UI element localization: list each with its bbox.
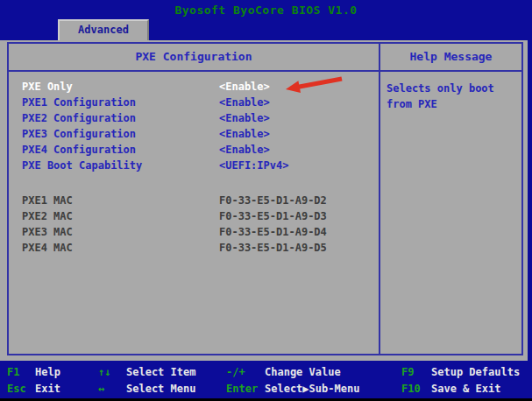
bios-screen: Byosoft ByoCore BIOS V1.0 Advanced PXE C…: [0, 0, 532, 401]
info-label: PXE3 MAC: [22, 226, 219, 238]
setting-row-pxe2-configuration[interactable]: PXE2 Configuration <Enable>: [9, 110, 379, 126]
action-label: Change Value: [265, 366, 341, 378]
key-label: F10: [401, 381, 431, 397]
action-label: Select Item: [126, 366, 195, 378]
setting-value[interactable]: <UEFI:IPv4>: [219, 159, 288, 172]
bios-title: Byosoft ByoCore BIOS V1.0: [0, 4, 532, 17]
action-label: Exit: [35, 383, 60, 395]
header-band: PXE Configuration Help Message: [9, 44, 521, 72]
hotkey-f9-setup-defaults[interactable]: F9Setup Defaults: [401, 364, 532, 381]
hotkey-enter-select-submenu[interactable]: EnterSelect▶Sub-Menu: [226, 381, 401, 397]
up-down-arrows-icon: ↑↓: [98, 364, 126, 381]
action-label: Help: [35, 366, 60, 378]
info-value: F0-33-E5-D1-A9-D2: [219, 194, 327, 207]
help-text: Selects only boot from PXE: [387, 81, 516, 112]
hotkey-esc-exit[interactable]: EscExit: [7, 381, 98, 397]
setting-row-pxe-boot-capability[interactable]: PXE Boot Capability <UEFI:IPv4>: [9, 158, 379, 173]
hotkey-f10-save-exit[interactable]: F10Save & Exit: [401, 381, 532, 397]
left-right-arrows-icon: ↔: [98, 381, 126, 397]
info-label: PXE1 MAC: [22, 194, 219, 207]
setting-row-pxe-only[interactable]: PXE Only <Enable>: [9, 79, 379, 95]
info-value: F0-33-E5-D1-A9-D5: [219, 242, 327, 254]
page-title: PXE Configuration: [9, 44, 379, 70]
help-panel: Selects only boot from PXE: [379, 72, 521, 354]
title-bar: Byosoft ByoCore BIOS V1.0 Advanced: [0, 0, 532, 40]
info-value: F0-33-E5-D1-A9-D3: [219, 210, 327, 222]
action-label: Setup Defaults: [431, 366, 520, 378]
setting-label: PXE4 Configuration: [22, 144, 219, 156]
key-label: Enter: [226, 381, 265, 397]
setting-value[interactable]: <Enable>: [219, 144, 270, 156]
setting-row-pxe3-configuration[interactable]: PXE3 Configuration <Enable>: [9, 126, 379, 142]
action-label: Select Menu: [126, 383, 195, 395]
key-label: Esc: [7, 381, 35, 397]
info-label: PXE2 MAC: [22, 210, 219, 222]
setting-label: PXE Only: [22, 81, 219, 93]
setting-row-pxe4-configuration[interactable]: PXE4 Configuration <Enable>: [9, 142, 379, 158]
hotkey-plusminus-change-value[interactable]: -/+Change Value: [226, 364, 401, 381]
hotkey-bar: F1Help ↑↓Select Item -/+Change Value F9S…: [0, 361, 532, 398]
setting-value[interactable]: <Enable>: [219, 81, 270, 93]
setting-label: PXE3 Configuration: [22, 128, 219, 140]
body-band: PXE Only <Enable> PXE1 Configuration <En…: [9, 72, 521, 354]
key-label: F9: [401, 364, 431, 381]
setting-value[interactable]: <Enable>: [219, 96, 270, 109]
main-frame: PXE Configuration Help Message PXE Only …: [7, 42, 523, 355]
info-row-pxe3-mac: PXE3 MAC F0-33-E5-D1-A9-D4: [9, 224, 379, 240]
key-label: F1: [7, 364, 35, 381]
key-label: -/+: [226, 364, 265, 381]
setting-label: PXE Boot Capability: [22, 159, 219, 172]
info-value: F0-33-E5-D1-A9-D4: [219, 226, 327, 238]
setting-label: PXE1 Configuration: [22, 96, 219, 109]
info-row-pxe4-mac: PXE4 MAC F0-33-E5-D1-A9-D5: [9, 240, 379, 256]
tab-advanced[interactable]: Advanced: [58, 19, 149, 40]
setting-value[interactable]: <Enable>: [219, 128, 270, 140]
setting-value[interactable]: <Enable>: [219, 112, 270, 124]
action-label: Select▶Sub-Menu: [265, 383, 359, 395]
hotkey-f1-help[interactable]: F1Help: [7, 364, 98, 381]
content-area: PXE Configuration Help Message PXE Only …: [0, 40, 528, 361]
help-panel-title: Help Message: [379, 44, 521, 70]
settings-list: PXE Only <Enable> PXE1 Configuration <En…: [9, 72, 379, 354]
info-row-pxe2-mac: PXE2 MAC F0-33-E5-D1-A9-D3: [9, 208, 379, 224]
hotkey-leftright-select-menu[interactable]: ↔Select Menu: [98, 381, 226, 397]
action-label: Save & Exit: [431, 383, 500, 395]
hotkey-updown-select-item[interactable]: ↑↓Select Item: [98, 364, 226, 381]
info-label: PXE4 MAC: [22, 242, 219, 254]
setting-row-pxe1-configuration[interactable]: PXE1 Configuration <Enable>: [9, 95, 379, 110]
mac-address-block: PXE1 MAC F0-33-E5-D1-A9-D2 PXE2 MAC F0-3…: [9, 193, 379, 256]
setting-label: PXE2 Configuration: [22, 112, 219, 124]
info-row-pxe1-mac: PXE1 MAC F0-33-E5-D1-A9-D2: [9, 193, 379, 208]
